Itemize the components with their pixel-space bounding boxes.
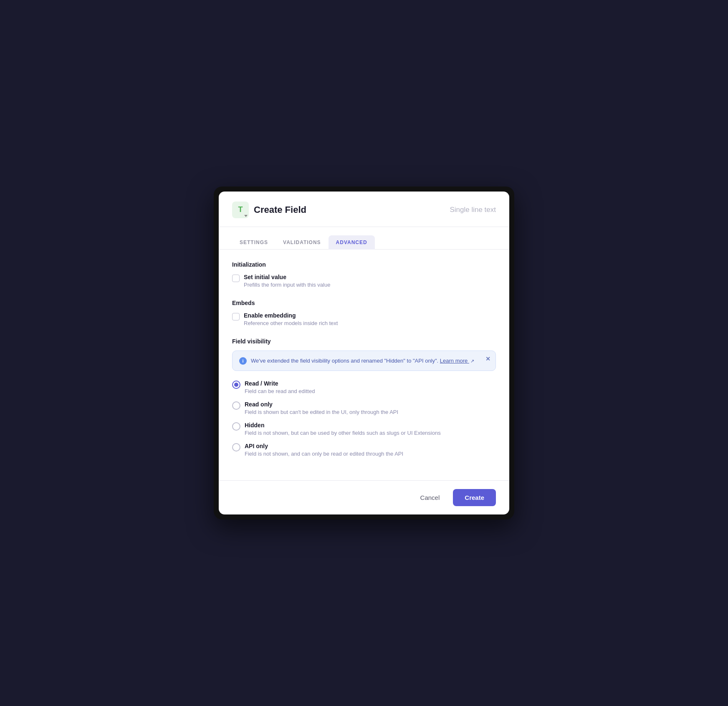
banner-text-part1: We've extended the field visibility opti… (251, 358, 440, 364)
radio-hidden[interactable]: Hidden Field is not shown, but can be us… (232, 422, 496, 436)
radio-read-write-label: Read / Write (245, 380, 315, 387)
radio-read-write-indicator (232, 381, 240, 389)
initialization-section: Initialization Set initial value Prefill… (232, 261, 496, 288)
modal-wrapper: T Create Field Single line text SETTINGS… (214, 187, 514, 520)
field-visibility-title: Field visibility (232, 338, 496, 345)
radio-read-write-fill (234, 383, 238, 387)
radio-read-only[interactable]: Read only Field is shown but can't be ed… (232, 401, 496, 415)
radio-read-only-label: Read only (245, 401, 398, 408)
field-type-icon-button[interactable]: T (232, 202, 249, 218)
radio-hidden-desc: Field is not shown, but can be used by o… (245, 430, 441, 436)
modal-title: Create Field (254, 204, 306, 215)
radio-api-only[interactable]: API only Field is not shown, and can onl… (232, 443, 496, 457)
info-icon-letter: i (242, 358, 243, 363)
create-button[interactable]: Create (453, 489, 496, 506)
radio-read-write[interactable]: Read / Write Field can be read and editt… (232, 380, 496, 394)
radio-read-only-content: Read only Field is shown but can't be ed… (245, 401, 398, 415)
modal-footer: Cancel Create (219, 480, 509, 514)
cancel-button[interactable]: Cancel (414, 490, 447, 505)
enable-embedding-row[interactable]: Enable embedding Reference other models … (232, 312, 496, 326)
visibility-radio-group: Read / Write Field can be read and editt… (232, 380, 496, 457)
enable-embedding-label: Enable embedding (244, 312, 338, 319)
radio-read-write-desc: Field can be read and editted (245, 388, 315, 394)
modal-header: T Create Field Single line text (219, 192, 509, 227)
tabs-bar: SETTINGS VALIDATIONS ADVANCED (219, 227, 509, 250)
enable-embedding-desc: Reference other models inside rich text (244, 320, 338, 326)
radio-api-only-label: API only (245, 443, 403, 449)
radio-hidden-indicator (232, 422, 240, 431)
enable-embedding-checkbox[interactable] (232, 313, 240, 320)
radio-hidden-content: Hidden Field is not shown, but can be us… (245, 422, 441, 436)
field-type-label: Single line text (450, 206, 496, 214)
radio-read-only-desc: Field is shown but can't be edited in th… (245, 409, 398, 415)
embeds-section: Embeds Enable embedding Reference other … (232, 300, 496, 326)
set-initial-value-checkbox[interactable] (232, 275, 240, 282)
modal-body: Initialization Set initial value Prefill… (219, 250, 509, 481)
tab-validations[interactable]: VALIDATIONS (276, 235, 329, 250)
header-left: T Create Field (232, 202, 306, 218)
embeds-title: Embeds (232, 300, 496, 306)
radio-api-only-indicator (232, 443, 240, 451)
field-type-letter: T (238, 205, 243, 214)
modal: T Create Field Single line text SETTINGS… (219, 192, 509, 515)
set-initial-value-row[interactable]: Set initial value Prefills the form inpu… (232, 274, 496, 288)
enable-embedding-content: Enable embedding Reference other models … (244, 312, 338, 326)
radio-hidden-label: Hidden (245, 422, 441, 429)
close-banner-button[interactable]: ✕ (485, 356, 490, 362)
info-banner-text: We've extended the field visibility opti… (251, 357, 474, 365)
chevron-down-icon (244, 215, 248, 217)
external-link-icon: ↗ (470, 358, 474, 365)
radio-read-only-indicator (232, 401, 240, 410)
learn-more-link[interactable]: Learn more ↗ (440, 358, 474, 364)
radio-api-only-content: API only Field is not shown, and can onl… (245, 443, 403, 457)
info-icon: i (239, 357, 247, 365)
set-initial-value-desc: Prefills the form input with this value (244, 282, 330, 288)
set-initial-value-content: Set initial value Prefills the form inpu… (244, 274, 330, 288)
radio-api-only-desc: Field is not shown, and can only be read… (245, 451, 403, 457)
radio-read-write-content: Read / Write Field can be read and editt… (245, 380, 315, 394)
initialization-title: Initialization (232, 261, 496, 268)
tab-settings[interactable]: SETTINGS (232, 235, 276, 250)
tab-advanced[interactable]: ADVANCED (329, 235, 375, 250)
set-initial-value-label: Set initial value (244, 274, 330, 280)
field-visibility-section: Field visibility i We've extended the fi… (232, 338, 496, 457)
info-banner: i We've extended the field visibility op… (232, 350, 496, 371)
